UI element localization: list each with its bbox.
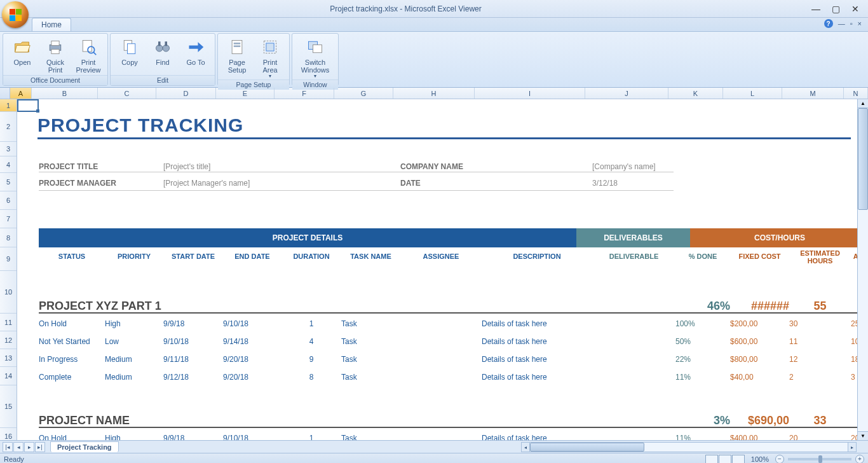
switch-windows-button[interactable]: Switch Windows▾ [296, 36, 334, 79]
sheet-tab-bar: |◂ ◂ ▸ ▸| Project Tracking ◂ ▸ [0, 440, 868, 453]
cell-cost: $600,00 [730, 335, 787, 347]
cell-start: 9/10/18 [163, 335, 223, 347]
column-header[interactable]: J [585, 88, 668, 99]
column-header[interactable]: D [156, 88, 216, 99]
row-header[interactable]: 6 [0, 191, 17, 210]
ribbon-group-page-setup: Page Setup Print Area▾ Page Setup [217, 33, 290, 86]
tab-home[interactable]: Home [32, 18, 71, 31]
row-header[interactable]: 1 [0, 99, 17, 112]
sheet-nav-first[interactable]: |◂ [3, 442, 13, 452]
cell-task: Task [341, 353, 400, 364]
sheet-nav-next[interactable]: ▸ [24, 442, 34, 452]
meta-label: PROJECT TITLE [39, 160, 105, 172]
column-header-cell: ASSIGNEE [400, 252, 482, 260]
row-header[interactable]: 8 [0, 228, 17, 247]
column-header[interactable]: A [10, 88, 32, 99]
row-header[interactable]: 14 [0, 367, 17, 385]
cell-cost: $200,00 [730, 317, 787, 329]
open-button[interactable]: Open [7, 36, 37, 66]
cell-desc: Details of task here [482, 335, 609, 347]
column-header[interactable]: C [98, 88, 156, 99]
row-header[interactable]: 13 [0, 349, 17, 367]
column-header[interactable]: M [782, 88, 844, 99]
sheet-nav-prev[interactable]: ◂ [13, 442, 24, 452]
arrow-right-icon [186, 37, 206, 57]
cell-cost: $40,00 [730, 371, 787, 382]
column-header-cell: TASK NAME [341, 252, 400, 260]
row-header[interactable]: 7 [0, 210, 17, 228]
sheet-nav-last[interactable]: ▸| [35, 442, 45, 452]
view-normal-button[interactable] [705, 455, 718, 464]
divider [400, 190, 674, 191]
copy-button[interactable]: Copy [114, 36, 145, 66]
scroll-right-icon[interactable]: ▸ [848, 443, 856, 452]
column-header[interactable]: N [844, 88, 868, 99]
close-button[interactable]: ✕ [851, 4, 859, 14]
sheet-area[interactable]: PROJECT TRACKINGPROJECT TITLE[Project's … [17, 99, 868, 440]
help-icon[interactable]: ? [824, 19, 833, 28]
cell-task: Task [341, 432, 400, 440]
column-header-cell: START DATE [163, 252, 223, 260]
row-header[interactable]: 2 [0, 112, 17, 142]
section-project-details: PROJECT DETAILS [39, 228, 576, 247]
row-header[interactable]: 11 [0, 314, 17, 331]
print-preview-button[interactable]: Print Preview [73, 36, 104, 74]
binoculars-icon [153, 37, 173, 57]
print-area-button[interactable]: Print Area▾ [255, 36, 285, 79]
column-header[interactable]: L [723, 88, 782, 99]
row-header[interactable]: 5 [0, 173, 17, 191]
zoom-level[interactable]: 100% [751, 455, 769, 463]
scroll-left-icon[interactable]: ◂ [522, 443, 530, 452]
horizontal-scrollbar[interactable]: ◂ ▸ [521, 442, 857, 452]
cell-priority: High [105, 317, 163, 329]
quick-print-button[interactable]: Quick Print [40, 36, 71, 74]
scroll-thumb[interactable] [530, 443, 644, 452]
scroll-down-icon[interactable]: ▼ [858, 431, 868, 440]
cell-duration: 1 [281, 432, 341, 440]
view-page-break-button[interactable] [732, 455, 745, 464]
row-header[interactable]: 10 [0, 271, 17, 314]
ribbon-close-icon[interactable]: × [858, 20, 862, 27]
column-header[interactable]: G [334, 88, 393, 99]
minimize-button[interactable]: ― [811, 4, 820, 14]
vertical-scrollbar[interactable]: ▲ ▼ [857, 99, 868, 440]
zoom-track[interactable] [788, 458, 851, 460]
row-header[interactable]: 12 [0, 331, 17, 349]
view-page-layout-button[interactable] [719, 455, 731, 464]
office-button[interactable] [2, 1, 29, 28]
row-header[interactable]: 3 [0, 142, 17, 156]
column-header[interactable]: F [275, 88, 334, 99]
zoom-out-button[interactable]: − [775, 455, 784, 464]
column-header[interactable]: H [393, 88, 475, 99]
find-button[interactable]: Find [147, 36, 178, 66]
ribbon-restore-icon[interactable]: ▫ [850, 20, 853, 27]
select-all-corner[interactable] [0, 88, 10, 99]
column-header[interactable]: K [668, 88, 723, 99]
goto-button[interactable]: Go To [180, 36, 211, 66]
ribbon-group-office-document: Open Quick Print Print Preview Office Do… [3, 33, 108, 86]
cell-status: Complete [39, 371, 105, 382]
project-total-percent: 3% [675, 414, 730, 427]
row-header[interactable]: 4 [0, 156, 17, 173]
column-header[interactable]: E [216, 88, 275, 99]
row-headers: 12345678910111213141516 [0, 99, 17, 440]
print-preview-icon [78, 37, 98, 57]
page-setup-button[interactable]: Page Setup [222, 36, 252, 74]
column-header[interactable]: I [475, 88, 585, 99]
zoom-slider[interactable]: − + [775, 455, 864, 464]
cell-duration: 9 [281, 353, 341, 364]
scroll-thumb[interactable] [858, 108, 868, 210]
zoom-in-button[interactable]: + [855, 455, 864, 464]
row-header[interactable]: 15 [0, 385, 17, 428]
ribbon-minimize-icon[interactable]: ― [838, 20, 845, 27]
section-cost-hours: COST/HOURS [690, 228, 868, 247]
zoom-thumb[interactable] [818, 455, 822, 463]
row-header[interactable]: 9 [0, 247, 17, 271]
sheet-tab[interactable]: Project Tracking [50, 441, 119, 452]
divider [39, 312, 868, 314]
scroll-up-icon[interactable]: ▲ [858, 99, 868, 108]
cell-priority: High [105, 432, 163, 440]
column-header[interactable]: B [32, 88, 98, 99]
cell-est: 30 [789, 317, 851, 329]
maximize-button[interactable]: ▢ [832, 4, 840, 14]
